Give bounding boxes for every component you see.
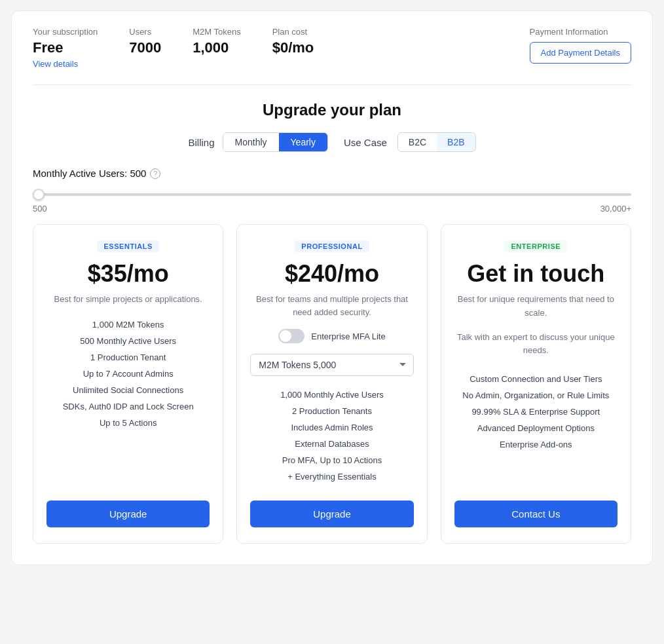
plan-value: Free bbox=[33, 39, 63, 56]
enterprise-feature-3: 99.99% SLA & Enterprise Support bbox=[454, 404, 618, 420]
subscription-header: Your subscription Free View details User… bbox=[33, 27, 631, 85]
add-payment-button[interactable]: Add Payment Details bbox=[530, 42, 631, 64]
mau-label-text: Monthly Active Users: 500 bbox=[33, 168, 146, 179]
mfa-toggle[interactable] bbox=[278, 329, 304, 343]
enterprise-feature-4: Advanced Deployment Options bbox=[454, 420, 618, 436]
mau-info-icon[interactable]: ? bbox=[150, 168, 160, 179]
enterprise-feature-1: Custom Connection and User Tiers bbox=[454, 371, 618, 387]
essentials-feature-3: 1 Production Tenant bbox=[46, 349, 210, 366]
professional-feature-5: Pro MFA, Up to 10 Actions bbox=[250, 452, 413, 468]
monthly-toggle[interactable]: Monthly bbox=[223, 133, 279, 151]
professional-feature-1: 1,000 Monthly Active Users bbox=[250, 387, 413, 403]
users-label: Users bbox=[129, 27, 161, 37]
subscription-m2m: M2M Tokens 1,000 bbox=[193, 27, 240, 56]
subscription-payment: Payment Information Add Payment Details bbox=[530, 27, 631, 64]
b2b-toggle[interactable]: B2B bbox=[437, 133, 475, 151]
plans-grid: ESSENTIALS $35/mo Best for simple projec… bbox=[33, 224, 631, 544]
essentials-feature-2: 500 Monthly Active Users bbox=[46, 333, 210, 349]
plan-cost-value: $0/mo bbox=[272, 39, 314, 56]
essentials-features: 1,000 M2M Tokens 500 Monthly Active User… bbox=[46, 316, 210, 485]
professional-features: 1,000 Monthly Active Users 2 Production … bbox=[250, 387, 413, 485]
enterprise-feature-2: No Admin, Organization, or Rule Limits bbox=[454, 387, 618, 404]
use-case-toggle-group: B2C B2B bbox=[397, 132, 476, 152]
enterprise-talk: Talk with an expert to discuss your uniq… bbox=[454, 331, 618, 358]
view-details-link[interactable]: View details bbox=[33, 59, 98, 69]
payment-label: Payment Information bbox=[530, 27, 631, 37]
mau-slider[interactable] bbox=[33, 193, 631, 196]
essentials-price: $35/mo bbox=[88, 260, 169, 288]
m2m-label: M2M Tokens bbox=[193, 27, 240, 37]
use-case-label: Use Case bbox=[344, 137, 387, 148]
billing-toggle-group: Monthly Yearly bbox=[223, 132, 328, 152]
contact-us-button[interactable]: Contact Us bbox=[454, 501, 618, 527]
subscription-label: Your subscription bbox=[33, 27, 98, 37]
professional-price: $240/mo bbox=[285, 260, 379, 288]
mfa-label: Enterprise MFA Lite bbox=[311, 331, 385, 341]
essentials-feature-7: Up to 5 Actions bbox=[46, 415, 210, 431]
mau-section: Monthly Active Users: 500 ? 500 30,000+ bbox=[33, 168, 631, 214]
mau-label: Monthly Active Users: 500 ? bbox=[33, 168, 631, 179]
professional-badge: PROFESSIONAL bbox=[295, 240, 369, 252]
slider-min: 500 bbox=[33, 204, 47, 214]
upgrade-title: Upgrade your plan bbox=[33, 101, 631, 119]
billing-label: Billing bbox=[188, 137, 214, 148]
plan-cost-label: Plan cost bbox=[272, 27, 314, 37]
professional-feature-3: Includes Admin Roles bbox=[250, 419, 413, 436]
enterprise-card: ENTERPRISE Get in touch Best for unique … bbox=[441, 224, 631, 544]
b2c-toggle[interactable]: B2C bbox=[398, 133, 437, 151]
professional-feature-6: + Everything Essentials bbox=[250, 468, 413, 485]
professional-upgrade-button[interactable]: Upgrade bbox=[250, 501, 413, 527]
enterprise-description: Best for unique requirements that need t… bbox=[454, 293, 618, 320]
enterprise-badge: ENTERPRISE bbox=[504, 240, 567, 252]
essentials-feature-4: Up to 7 Account Admins bbox=[46, 366, 210, 382]
essentials-upgrade-button[interactable]: Upgrade bbox=[46, 501, 210, 527]
billing-row: Billing Monthly Yearly Use Case B2C B2B bbox=[33, 132, 631, 152]
slider-labels: 500 30,000+ bbox=[33, 204, 631, 214]
essentials-feature-1: 1,000 M2M Tokens bbox=[46, 316, 210, 333]
mfa-row: Enterprise MFA Lite bbox=[278, 329, 385, 343]
main-card: Your subscription Free View details User… bbox=[11, 10, 653, 565]
enterprise-features: Custom Connection and User Tiers No Admi… bbox=[454, 371, 618, 485]
slider-max: 30,000+ bbox=[600, 204, 631, 214]
essentials-card: ESSENTIALS $35/mo Best for simple projec… bbox=[33, 224, 223, 544]
subscription-cost: Plan cost $0/mo bbox=[272, 27, 314, 56]
slider-container bbox=[33, 187, 631, 199]
subscription-users: Users 7000 bbox=[129, 27, 161, 56]
users-value: 7000 bbox=[129, 39, 161, 56]
subscription-plan: Your subscription Free View details bbox=[33, 27, 98, 69]
essentials-description: Best for simple projects or applications… bbox=[54, 293, 202, 306]
upgrade-section: Upgrade your plan Billing Monthly Yearly… bbox=[33, 85, 631, 544]
yearly-toggle[interactable]: Yearly bbox=[279, 133, 327, 151]
m2m-value: 1,000 bbox=[193, 39, 229, 56]
enterprise-price: Get in touch bbox=[467, 260, 604, 288]
essentials-feature-5: Unlimited Social Connections bbox=[46, 382, 210, 398]
m2m-tokens-select[interactable]: M2M Tokens 5,000 M2M Tokens 10,000 M2M T… bbox=[250, 354, 413, 376]
essentials-feature-6: SDKs, Auth0 IDP and Lock Screen bbox=[46, 398, 210, 415]
professional-card: PROFESSIONAL $240/mo Best for teams and … bbox=[236, 224, 427, 544]
enterprise-feature-5: Enterprise Add-ons bbox=[454, 436, 618, 453]
professional-description: Best for teams and multiple projects tha… bbox=[250, 293, 413, 318]
professional-feature-4: External Databases bbox=[250, 436, 413, 452]
essentials-badge: ESSENTIALS bbox=[97, 240, 159, 252]
professional-feature-2: 2 Production Tenants bbox=[250, 403, 413, 419]
